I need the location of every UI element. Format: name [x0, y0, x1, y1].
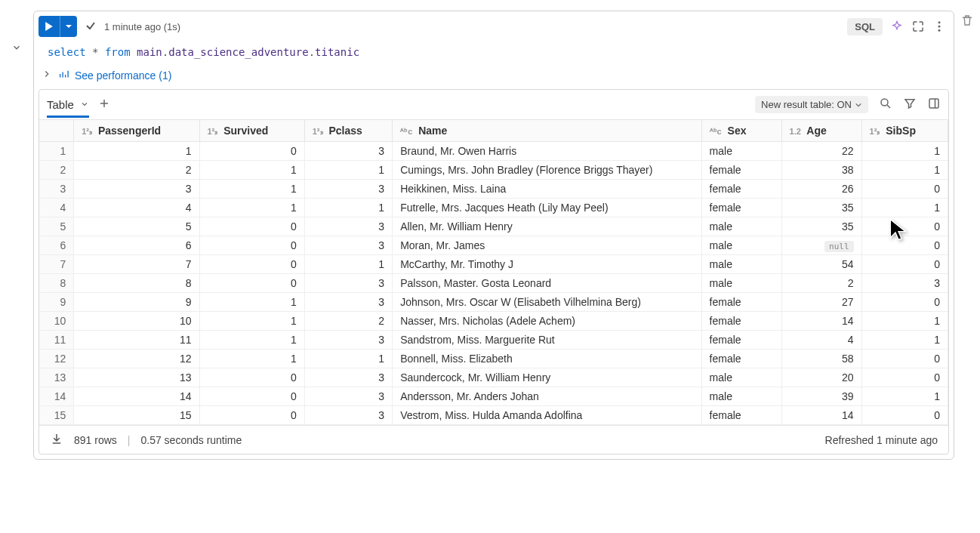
- cell-passengerid[interactable]: 9: [74, 293, 199, 312]
- see-performance-link[interactable]: See performance (1): [34, 66, 954, 89]
- cell-sibsp[interactable]: 1: [861, 142, 948, 161]
- table-row[interactable]: 6603Moran, Mr. Jamesmalenull0: [39, 236, 948, 255]
- cell-sibsp[interactable]: 1: [861, 387, 948, 406]
- column-header-passengerid[interactable]: 1²₃ PassengerId: [74, 120, 199, 142]
- add-tab-button[interactable]: [98, 97, 110, 112]
- cell-pclass[interactable]: 3: [304, 387, 392, 406]
- cell-sibsp[interactable]: 0: [861, 217, 948, 236]
- cell-age[interactable]: 26: [781, 180, 861, 199]
- cell-sibsp[interactable]: 0: [861, 293, 948, 312]
- cell-sibsp[interactable]: 0: [861, 255, 948, 274]
- cell-survived[interactable]: 1: [199, 331, 304, 350]
- cell-passengerid[interactable]: 2: [74, 161, 199, 180]
- table-row[interactable]: 121211Bonnell, Miss. Elizabethfemale580: [39, 350, 948, 368]
- cell-sex[interactable]: male: [701, 368, 781, 387]
- table-row[interactable]: 101012Nasser, Mrs. Nicholas (Adele Achem…: [39, 312, 948, 331]
- cell-survived[interactable]: 1: [199, 312, 304, 331]
- cell-name[interactable]: Andersson, Mr. Anders Johan: [393, 387, 701, 406]
- cell-sibsp[interactable]: 1: [861, 161, 948, 180]
- collapse-cell-icon[interactable]: [11, 42, 22, 55]
- result-table[interactable]: 1²₃ PassengerId1²₃ Survived1²₃ Pclassᴬᵇc…: [39, 120, 948, 425]
- chevron-down-icon[interactable]: [80, 98, 89, 111]
- cell-name[interactable]: Johnson, Mrs. Oscar W (Elisabeth Vilhelm…: [393, 293, 701, 312]
- cell-pclass[interactable]: 1: [304, 199, 392, 217]
- download-icon[interactable]: [50, 432, 63, 448]
- cell-pclass[interactable]: 1: [304, 350, 392, 368]
- table-row[interactable]: 5503Allen, Mr. William Henrymale350: [39, 217, 948, 236]
- cell-sex[interactable]: female: [701, 331, 781, 350]
- cell-sex[interactable]: male: [701, 274, 781, 293]
- cell-passengerid[interactable]: 1: [74, 142, 199, 161]
- code-editor[interactable]: select * from main.data_science_adventur…: [34, 42, 954, 66]
- cell-pclass[interactable]: 2: [304, 312, 392, 331]
- table-row[interactable]: 8803Palsson, Master. Gosta Leonardmale23: [39, 274, 948, 293]
- play-icon[interactable]: [39, 16, 60, 37]
- cell-name[interactable]: McCarthy, Mr. Timothy J: [393, 255, 701, 274]
- cell-sex[interactable]: male: [701, 217, 781, 236]
- cell-age[interactable]: 38: [781, 161, 861, 180]
- panel-icon[interactable]: [927, 97, 941, 112]
- cell-sibsp[interactable]: 0: [861, 180, 948, 199]
- cell-sibsp[interactable]: 1: [861, 199, 948, 217]
- cell-age[interactable]: 58: [781, 350, 861, 368]
- cell-sex[interactable]: female: [701, 161, 781, 180]
- cell-age[interactable]: 14: [781, 406, 861, 425]
- cell-survived[interactable]: 0: [199, 236, 304, 255]
- cell-age[interactable]: 2: [781, 274, 861, 293]
- cell-name[interactable]: Braund, Mr. Owen Harris: [393, 142, 701, 161]
- cell-pclass[interactable]: 3: [304, 180, 392, 199]
- cell-name[interactable]: Vestrom, Miss. Hulda Amanda Adolfina: [393, 406, 701, 425]
- assistant-icon[interactable]: [890, 20, 904, 33]
- cell-sex[interactable]: female: [701, 293, 781, 312]
- cell-pclass[interactable]: 1: [304, 161, 392, 180]
- table-row[interactable]: 151503Vestrom, Miss. Hulda Amanda Adolfi…: [39, 406, 948, 425]
- cell-age[interactable]: 54: [781, 255, 861, 274]
- cell-pclass[interactable]: 3: [304, 274, 392, 293]
- run-button[interactable]: [39, 16, 77, 37]
- cell-passengerid[interactable]: 13: [74, 368, 199, 387]
- cell-age[interactable]: 20: [781, 368, 861, 387]
- cell-name[interactable]: Allen, Mr. William Henry: [393, 217, 701, 236]
- cell-pclass[interactable]: 3: [304, 236, 392, 255]
- cell-passengerid[interactable]: 5: [74, 217, 199, 236]
- cell-sex[interactable]: male: [701, 255, 781, 274]
- new-result-table-toggle[interactable]: New result table: ON: [755, 96, 868, 113]
- cell-name[interactable]: Moran, Mr. James: [393, 236, 701, 255]
- cell-passengerid[interactable]: 15: [74, 406, 199, 425]
- cell-survived[interactable]: 0: [199, 406, 304, 425]
- cell-name[interactable]: Cumings, Mrs. John Bradley (Florence Bri…: [393, 161, 701, 180]
- column-header-age[interactable]: 1.2 Age: [781, 120, 861, 142]
- table-row[interactable]: 131303Saundercock, Mr. William Henrymale…: [39, 368, 948, 387]
- cell-name[interactable]: Bonnell, Miss. Elizabeth: [393, 350, 701, 368]
- column-header-survived[interactable]: 1²₃ Survived: [199, 120, 304, 142]
- cell-passengerid[interactable]: 7: [74, 255, 199, 274]
- cell-pclass[interactable]: 1: [304, 255, 392, 274]
- table-row[interactable]: 111113Sandstrom, Miss. Marguerite Rutfem…: [39, 331, 948, 350]
- cell-name[interactable]: Futrelle, Mrs. Jacques Heath (Lily May P…: [393, 199, 701, 217]
- cell-survived[interactable]: 0: [199, 368, 304, 387]
- cell-survived[interactable]: 1: [199, 161, 304, 180]
- cell-passengerid[interactable]: 10: [74, 312, 199, 331]
- cell-pclass[interactable]: 3: [304, 217, 392, 236]
- cell-sex[interactable]: male: [701, 236, 781, 255]
- cell-name[interactable]: Sandstrom, Miss. Marguerite Rut: [393, 331, 701, 350]
- cell-passengerid[interactable]: 4: [74, 199, 199, 217]
- cell-age[interactable]: 39: [781, 387, 861, 406]
- cell-sex[interactable]: female: [701, 199, 781, 217]
- column-header-name[interactable]: ᴬᵇc Name: [393, 120, 701, 142]
- cell-sex[interactable]: female: [701, 350, 781, 368]
- cell-survived[interactable]: 0: [199, 142, 304, 161]
- cell-pclass[interactable]: 3: [304, 406, 392, 425]
- cell-sibsp[interactable]: 0: [861, 236, 948, 255]
- table-row[interactable]: 4411Futrelle, Mrs. Jacques Heath (Lily M…: [39, 199, 948, 217]
- cell-passengerid[interactable]: 11: [74, 331, 199, 350]
- cell-survived[interactable]: 0: [199, 255, 304, 274]
- delete-cell-icon[interactable]: [960, 14, 974, 29]
- tab-table[interactable]: Table: [47, 98, 89, 118]
- cell-sibsp[interactable]: 0: [861, 406, 948, 425]
- cell-age[interactable]: 4: [781, 331, 861, 350]
- cell-sex[interactable]: female: [701, 312, 781, 331]
- table-row[interactable]: 1103Braund, Mr. Owen Harrismale221: [39, 142, 948, 161]
- table-row[interactable]: 141403Andersson, Mr. Anders Johanmale391: [39, 387, 948, 406]
- cell-age[interactable]: null: [781, 236, 861, 255]
